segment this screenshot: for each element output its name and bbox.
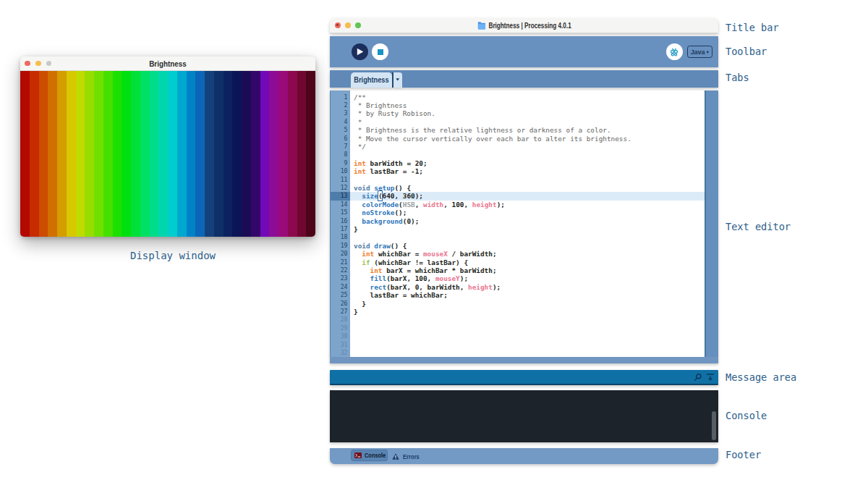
errors-tab-label: Errors <box>403 452 420 460</box>
code-line[interactable]: /** <box>350 93 705 101</box>
close-button[interactable] <box>25 61 30 67</box>
code-token: int <box>354 159 366 167</box>
text-editor[interactable]: 1234567891011121314151617181920212223242… <box>330 90 718 363</box>
code-token: ); <box>497 201 505 209</box>
code-area[interactable]: /** * Brightness * by Rusty Robison. * *… <box>350 90 705 357</box>
display-window-titlebar[interactable]: Brightness <box>20 56 315 71</box>
tab-brightness[interactable]: Brightness <box>351 72 392 88</box>
console-panel[interactable] <box>330 390 718 442</box>
code-line[interactable] <box>350 324 705 332</box>
chevron-down-icon: ▾ <box>707 49 709 54</box>
code-token: /** <box>354 93 366 101</box>
code-line[interactable]: * by Rusty Robison. <box>350 109 705 117</box>
code-line[interactable]: if (whichBar != lastBar) { <box>350 258 705 266</box>
code-line[interactable]: background(0); <box>350 217 705 225</box>
code-line[interactable]: * Brightness is the relative lightness o… <box>350 126 705 134</box>
color-bar <box>306 71 315 237</box>
code-line[interactable]: fill(barX, 100, mouseY); <box>350 274 705 282</box>
tab-menu-button[interactable] <box>393 72 403 88</box>
line-number: 26 <box>331 300 350 308</box>
color-bar <box>214 71 224 237</box>
code-token: */ <box>354 143 366 151</box>
color-bar <box>39 71 48 237</box>
stop-button[interactable] <box>372 43 388 60</box>
line-number: 11 <box>331 176 350 184</box>
code-token: 640, 360); <box>383 192 423 200</box>
code-line[interactable]: } <box>350 300 705 308</box>
code-token: (barX, 100, <box>386 274 435 282</box>
code-line[interactable] <box>350 332 705 340</box>
mode-selector[interactable]: Java ▾ <box>687 46 712 58</box>
code-token: noStroke <box>362 209 394 216</box>
code-token: / barWidth; <box>448 250 497 258</box>
color-bar <box>48 71 57 237</box>
code-token: } <box>354 308 358 316</box>
code-line[interactable]: colorMode(HSB, width, 100, height); <box>350 201 705 209</box>
color-bar <box>85 71 94 237</box>
console-tab[interactable]: Console <box>351 450 388 461</box>
sketch-canvas <box>20 71 315 237</box>
code-token: * <box>354 118 362 126</box>
code-line[interactable]: * Move the cursor vertically over each b… <box>350 135 705 143</box>
code-token: * by Rusty Robison. <box>354 109 435 117</box>
code-line[interactable]: void setup() { <box>350 184 705 192</box>
annotation-console: Console <box>726 410 767 421</box>
code-token: height <box>468 283 493 291</box>
line-number: 10 <box>331 167 350 175</box>
code-line[interactable]: int whichBar = mouseX / barWidth; <box>350 250 705 258</box>
code-line[interactable] <box>350 151 705 159</box>
code-line[interactable]: int barWidth = 20; <box>350 159 705 167</box>
code-line[interactable] <box>350 341 705 349</box>
code-token <box>354 250 362 258</box>
line-number: 31 <box>331 341 350 349</box>
code-line[interactable]: } <box>350 308 705 316</box>
line-number: 7 <box>331 143 350 151</box>
code-line[interactable] <box>350 176 705 184</box>
code-line[interactable]: noStroke(); <box>350 209 705 216</box>
code-line[interactable]: } <box>350 225 705 233</box>
code-line[interactable] <box>350 349 705 357</box>
code-token: ); <box>460 274 468 282</box>
code-line[interactable]: * <box>350 118 705 126</box>
code-token: ( <box>378 192 383 200</box>
code-line[interactable]: int barX = whichBar * barWidth; <box>350 266 705 274</box>
code-token: void <box>354 184 370 192</box>
code-token <box>354 266 370 274</box>
code-token: int <box>370 266 383 274</box>
code-token: whichBar = <box>374 250 423 258</box>
collapse-console-icon[interactable] <box>706 370 715 384</box>
message-area <box>330 370 718 385</box>
code-line[interactable]: rect(barX, 0, barWidth, height); <box>350 283 705 291</box>
tab-label: Brightness <box>354 75 388 84</box>
code-token <box>354 258 362 266</box>
console-scrollbar[interactable] <box>712 411 716 440</box>
code-line[interactable]: lastBar = whichBar; <box>350 291 705 299</box>
code-line[interactable]: int lastBar = -1; <box>350 167 705 175</box>
line-number-gutter: 1234567891011121314151617181920212223242… <box>330 90 350 357</box>
search-icon[interactable] <box>694 370 702 384</box>
code-token: setup <box>374 184 394 192</box>
code-token <box>354 283 370 291</box>
code-token: } <box>354 225 358 233</box>
color-bar <box>30 71 39 237</box>
line-number: 12 <box>331 184 350 192</box>
code-token: } <box>354 300 366 308</box>
code-line[interactable] <box>350 233 705 241</box>
debug-button[interactable] <box>666 43 683 60</box>
code-token: (barX, 0, barWidth, <box>386 283 468 291</box>
code-line[interactable] <box>350 316 705 324</box>
color-bar <box>288 71 297 237</box>
code-line[interactable]: */ <box>350 143 705 151</box>
color-bar <box>57 71 67 237</box>
code-token <box>354 217 362 225</box>
line-number: 1 <box>331 93 350 101</box>
code-line[interactable]: void draw() { <box>350 242 705 250</box>
code-line[interactable]: * Brightness <box>350 101 705 109</box>
run-button[interactable] <box>352 43 368 60</box>
footer-bar: Console Errors <box>330 448 718 464</box>
editor-scrollbar[interactable] <box>705 90 718 357</box>
errors-tab[interactable]: Errors <box>392 448 423 464</box>
ide-titlebar[interactable]: Brightness | Processing 4.0.1 <box>330 18 718 33</box>
color-bar <box>224 71 233 237</box>
code-line[interactable]: size(640, 360); <box>350 192 705 200</box>
